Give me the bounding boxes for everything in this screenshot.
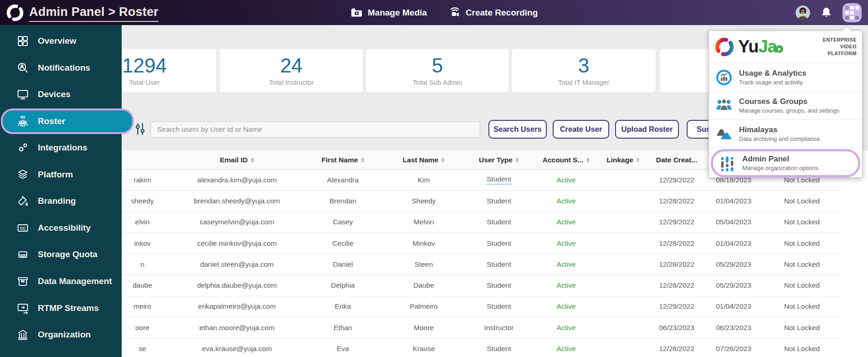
table-row[interactable]: elvincaseymelvin@yuja.comCaseyMelvinStud…	[112, 212, 841, 233]
cell-locked: Not Locked	[763, 191, 841, 211]
column-header[interactable]: Last Name	[385, 150, 462, 169]
menu-item-admin-panel[interactable]: Admin Panel Manage organization options	[711, 149, 860, 177]
sidebar-item-roster[interactable]: Roster	[1, 109, 134, 134]
create-recording-button[interactable]: Create Recording	[448, 6, 538, 20]
himalayas-icon	[715, 126, 733, 142]
cell-user-type: Student	[462, 275, 535, 295]
cell-account-status: Active	[535, 191, 597, 211]
sidebar-item-label: Devices	[38, 89, 71, 99]
menu-item-subtitle: Data archiving and compliance	[739, 135, 820, 142]
cell-date-2: 01/04/2023	[704, 233, 763, 254]
yuja-color-logo-icon	[713, 35, 736, 59]
cell-last-name: Steen	[385, 254, 462, 274]
table-row[interactable]: inkovcecilie.minkov@yuja.comCecilieMinko…	[112, 233, 841, 254]
cell-last-name: Daube	[385, 275, 462, 295]
topbar: Admin Panel > Roster Manage Media Create…	[0, 0, 868, 25]
stat-label: Total User	[129, 78, 160, 86]
menu-item-title: Usage & Analytics	[739, 69, 806, 78]
table-row[interactable]: ooreethan.moore@yuja.comEthanMooreInstru…	[112, 317, 841, 338]
sort-icon[interactable]	[251, 156, 254, 164]
tagline-line: ENTERPRISE	[823, 36, 857, 43]
organization-icon	[16, 328, 29, 341]
cell-date-created: 12/28/2022	[649, 275, 704, 295]
sidebar-item-accessibility[interactable]: CC Accessibility	[0, 215, 122, 242]
sidebar-item-platform[interactable]: Platform	[0, 161, 122, 188]
apps-grid-icon[interactable]	[842, 3, 862, 22]
sidebar-item-storage-quota[interactable]: Storage Quota	[0, 241, 122, 268]
table-row[interactable]: seeva.krause@yuja.comEvaKrauseStudentAct…	[112, 338, 841, 357]
cell-last-name: Sheedy	[385, 191, 462, 211]
search-users-button[interactable]: Search Users	[488, 120, 547, 139]
menu-item-courses-groups[interactable]: Courses & Groups Manage courses, groups,…	[709, 91, 862, 119]
create-user-button[interactable]: Create User	[553, 120, 609, 139]
notifications-bell-icon[interactable]	[820, 6, 832, 19]
sidebar-item-label: Integrations	[38, 143, 87, 153]
sidebar-item-organization[interactable]: Organization	[0, 321, 122, 348]
filter-sliders-icon[interactable]	[133, 122, 147, 136]
table-row[interactable]: daubedelphia.daube@yuja.comDelphiaDaubeS…	[112, 275, 841, 296]
user-avatar[interactable]	[796, 5, 810, 20]
sidebar-item-devices[interactable]: Devices	[0, 81, 122, 108]
cell-locked: Not Locked	[763, 254, 841, 274]
cell-email: alexandra.kim@yuja.com	[173, 170, 301, 190]
sort-icon[interactable]	[515, 156, 519, 164]
yuja-logo-icon[interactable]	[5, 2, 26, 23]
courses-groups-icon	[715, 98, 733, 114]
menu-item-himalayas[interactable]: Himalayas Data archiving and compliance	[709, 119, 862, 148]
menu-item-usage-analytics[interactable]: Usage & Analytics Track usage and activi…	[709, 63, 862, 91]
cell-last-name: Krause	[385, 338, 462, 357]
menu-item-subtitle: Track usage and activity	[739, 79, 806, 86]
cell-last-name: Moore	[385, 317, 462, 338]
sidebar-item-overview[interactable]: Overview	[0, 28, 122, 55]
cell-date-created: 12/28/2022	[649, 191, 704, 211]
sidebar-item-notifications[interactable]: Notifications	[0, 55, 122, 82]
sort-icon[interactable]	[636, 156, 640, 164]
sort-icon[interactable]	[441, 156, 445, 164]
table-row[interactable]: meiroerikapalmeiro@yuja.comErikaPalmeiro…	[112, 296, 841, 317]
cell-user-type: Student	[462, 212, 535, 233]
cell-email: erikapalmeiro@yuja.com	[173, 296, 301, 317]
cell-account-status: Active	[535, 275, 597, 295]
column-header[interactable]: Email ID	[173, 150, 301, 169]
cell-first-name: Ethan	[301, 317, 385, 338]
sidebar: Overview Notifications Devices Roster In…	[0, 25, 122, 357]
menu-item-title: Courses & Groups	[739, 97, 839, 106]
cell-locked: Not Locked	[763, 212, 841, 233]
cell-linkage	[597, 233, 649, 254]
upload-roster-button[interactable]: Upload Roster	[615, 120, 679, 139]
cell-user-type: Instructor	[462, 317, 535, 338]
cell-date-2: 05/29/2023	[704, 275, 763, 295]
cell-locked: Not Locked	[763, 317, 841, 338]
play-icon	[776, 45, 783, 53]
manage-media-button[interactable]: Manage Media	[350, 6, 427, 20]
cell-account-status: Active	[535, 338, 597, 357]
sidebar-item-data-management[interactable]: Data Management	[0, 268, 122, 295]
table-row[interactable]: sheedybrendan.sheedy@yuja.comBrendanShee…	[112, 191, 841, 212]
sidebar-item-branding[interactable]: Branding	[0, 188, 122, 215]
cell-linkage	[597, 254, 649, 274]
sort-icon[interactable]	[361, 156, 365, 164]
cell-first-name: Brendan	[301, 191, 385, 211]
column-header[interactable]: User Type	[462, 150, 535, 169]
cell-first-name: Casey	[301, 212, 385, 233]
user-type-link[interactable]: Student	[487, 175, 511, 185]
menu-item-subtitle: Manage courses, groups, and settings	[739, 107, 839, 114]
svg-text:CC: CC	[20, 226, 26, 231]
column-header[interactable]: Linkage	[597, 150, 649, 169]
stat-value: 24	[280, 55, 303, 76]
sidebar-item-label: Organization	[38, 330, 91, 340]
sidebar-item-label: Notifications	[38, 63, 90, 73]
sidebar-item-integrations[interactable]: Integrations	[0, 135, 122, 161]
table-row[interactable]: ndaniel.steen@yuja.comDanielSteenStudent…	[112, 254, 841, 275]
sidebar-item-label: Data Management	[38, 276, 112, 286]
sort-icon[interactable]	[586, 156, 590, 164]
sidebar-item-rtmp-streams[interactable]: RTMP Streams	[0, 295, 122, 321]
search-input[interactable]	[150, 121, 480, 138]
cell-linkage	[597, 170, 649, 190]
cell-locked: Not Locked	[763, 338, 841, 357]
sidebar-item-label: RTMP Streams	[38, 303, 99, 313]
column-header[interactable]: Account S...	[535, 150, 597, 169]
column-header: Date Creat...	[649, 150, 704, 169]
table-body: rakimalexandra.kim@yuja.comAlexandraKimS…	[112, 170, 841, 357]
column-header[interactable]: First Name	[301, 150, 385, 169]
